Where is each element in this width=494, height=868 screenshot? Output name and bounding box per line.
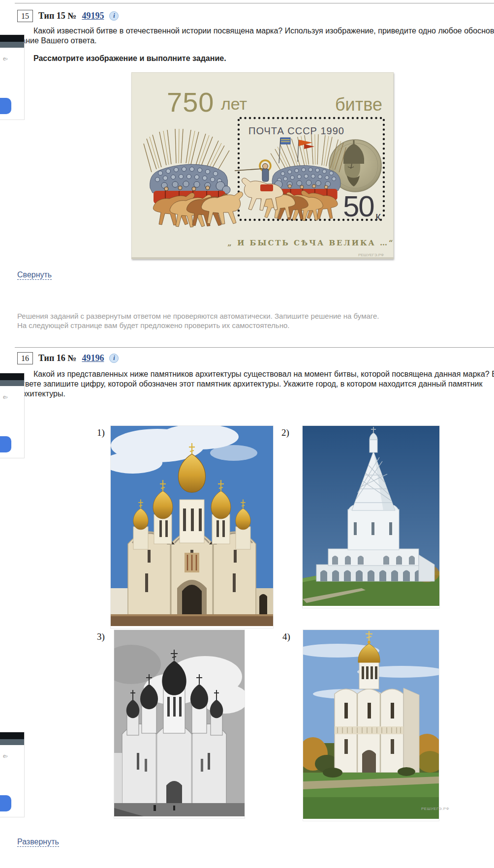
task15-question: Какой известной битве в отечественной ис… [17, 26, 494, 46]
ad-thumbnail-image [0, 373, 24, 386]
task15-collapse-link[interactable]: Свернуть [17, 270, 52, 280]
option-3-label: 3) [97, 631, 105, 642]
task16-number-box: 16 [17, 352, 33, 364]
ad-action-button[interactable] [0, 98, 11, 114]
stamp-dedication-text: битве [335, 94, 382, 115]
stamp-years-text: 750 [167, 87, 214, 118]
top-divider [15, 3, 494, 3]
stamp-caption-text: „ И БЫСТЬ СѢЧА ВЕЛИКА …“ [227, 239, 394, 247]
info-icon[interactable]: i [109, 354, 119, 363]
auto-check-notice: Решения заданий с развернутым ответом не… [17, 311, 379, 330]
task15-question-line1: Какой известной битве в отечественной ис… [17, 26, 494, 36]
ad-text-fragment: е› [3, 394, 8, 400]
task16-header: 16 Тип 16 № 49196 i [17, 352, 119, 364]
sidebar-ad-card[interactable]: е› [0, 34, 25, 120]
task16-id-link[interactable]: 49196 [82, 353, 104, 363]
info-icon-glyph: i [113, 12, 115, 20]
ad-thumbnail-image [0, 35, 24, 48]
info-icon[interactable]: i [109, 11, 119, 21]
task16-question-line3: архитектуры. [17, 389, 494, 399]
option-2-image [303, 426, 439, 608]
task16-question-line1: Какой из представленных ниже памятников … [17, 369, 494, 379]
exam-page: { "ui": { "info_glyph": "i" }, "task15":… [0, 0, 494, 868]
option-4-label: 4) [282, 631, 290, 642]
stamp-svg: 750 лет битве ПОЧТА СССР 1990 50 к [131, 72, 394, 259]
ad-text-fragment: е› [3, 56, 8, 61]
option-2-label: 2) [281, 427, 289, 438]
task15-number: 15 [21, 12, 29, 21]
option-3-image [114, 630, 245, 818]
task16-question-line2: ответе запишите цифру, которой обозначен… [17, 379, 494, 389]
task15-instruction: Рассмотрите изображение и выполните зада… [33, 54, 226, 63]
stamp-header-text: ПОЧТА СССР 1990 [248, 125, 344, 136]
task15-number-box: 15 [17, 10, 33, 22]
ad-text-fragment: е› [3, 753, 8, 759]
stamp-years-unit-text: лет [221, 94, 247, 113]
info-icon-glyph: i [113, 355, 115, 362]
task15-type-label: Тип 15 № [38, 11, 76, 21]
task15-question-line2: вание Вашего ответа. [17, 36, 494, 46]
ad-thumbnail-image [0, 732, 24, 745]
task16-question: Какой из представленных ниже памятников … [17, 369, 494, 399]
task16-expand-link[interactable]: Развернуть [17, 838, 59, 847]
ad-action-button[interactable] [0, 795, 11, 811]
notice-line2: На следующей странице вам будет предложе… [17, 321, 379, 330]
option-1-label: 1) [97, 427, 105, 438]
sidebar-ad-card[interactable]: е› [0, 373, 25, 458]
task16-type-label: Тип 16 № [38, 353, 76, 363]
site-watermark: РЕШУЕГЭ.РФ [421, 807, 449, 811]
task15-id-link[interactable]: 49195 [82, 11, 104, 21]
stamp-watermark: РЕШУЕГЭ.РФ [358, 253, 384, 257]
stamp-value-text: 50 [343, 190, 374, 223]
option-1-image [111, 426, 273, 628]
ad-action-button[interactable] [0, 436, 11, 452]
notice-line1: Решения заданий с развернутым ответом не… [17, 311, 379, 321]
task-divider [15, 347, 494, 348]
task15-header: 15 Тип 15 № 49195 i [17, 10, 119, 22]
task16-number: 16 [21, 354, 29, 363]
stamp-image: 750 лет битве ПОЧТА СССР 1990 50 к [131, 72, 394, 259]
stamp-value-unit-text: к [375, 210, 381, 223]
sidebar-ad-card[interactable]: е› [0, 732, 25, 817]
option-4-image [303, 630, 439, 821]
